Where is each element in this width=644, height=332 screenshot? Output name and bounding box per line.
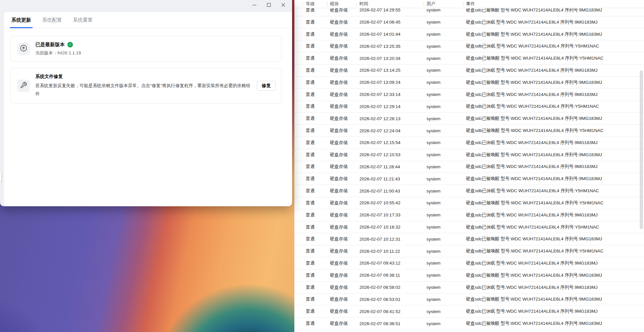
table-row[interactable]: 普通硬盘存储2026-02-07 12:10:53system硬盘sdc已被唤醒… [294,149,644,161]
log-cell-user: system [424,68,463,73]
log-cell-level: 普通 [303,248,327,254]
log-cell-time: 2026-02-07 12:24:04 [357,128,424,133]
repair-card-body: 系统文件修复 若系统更新反复失败，可能是系统依赖文件版本异常。点击"修复"将执行… [35,74,251,98]
log-cell-module: 硬盘存储 [327,92,357,98]
table-row[interactable]: 普通硬盘存储2026-02-07 12:33:14system硬盘sdc已休眠 … [294,89,644,101]
table-row[interactable]: 普通硬盘存储2026-02-07 08:53:01system硬盘sdc已被唤醒… [294,294,644,306]
table-row[interactable]: 普通硬盘存储2026-02-07 12:28:13system硬盘sdc已被唤醒… [294,113,644,125]
table-row[interactable]: 普通硬盘存储2026-02-07 12:15:54system硬盘sdc已休眠 … [294,137,644,149]
log-cell-level: 普通 [303,152,327,158]
log-cell-event: 硬盘sdb已被唤醒 型号:WDC WUH721414ALE6L4 序列号:Y5H… [463,55,644,61]
log-cell-user: system [424,297,463,302]
log-cell-module: 硬盘存储 [327,176,357,182]
log-cell-event: 硬盘sdb已被唤醒 型号:WDC WUH721414ALE6L4 序列号:Y5H… [463,248,644,254]
column-header-event[interactable]: 事件 [463,1,644,7]
tab-system-reset[interactable]: 系统重置 [73,12,93,28]
log-cell-module: 硬盘存储 [327,200,357,206]
log-cell-user: system [424,56,463,61]
log-cell-time: 2026-02-07 11:26:44 [357,164,424,169]
table-row[interactable]: 普通硬盘存储2026-02-07 09:43:12system硬盘sdc已休眠 … [294,257,644,269]
log-cell-module: 硬盘存储 [327,103,357,109]
table-row[interactable]: 普通硬盘存储2026-02-07 14:29:55system硬盘sdc已被唤醒… [294,8,644,16]
log-cell-level: 普通 [303,80,327,85]
column-header-time[interactable]: 时间 [357,1,424,7]
tab-system-update[interactable]: 系统更新 [11,12,31,28]
table-row[interactable]: 普通硬盘存储2026-02-07 10:11:22system硬盘sdb已被唤醒… [294,245,644,257]
table-row[interactable]: 普通硬盘存储2026-02-07 11:21:43system硬盘sdc已被唤醒… [294,173,644,185]
log-cell-module: 硬盘存储 [327,152,357,158]
table-row[interactable]: 普通硬盘存储2026-02-07 10:17:33system硬盘sdc已休眠 … [294,209,644,221]
log-cell-event: 硬盘sdc已休眠 型号:WDC WUH721414ALE6L4 序列号:9MG1… [463,285,644,290]
log-cell-event: 硬盘sdc已被唤醒 型号:WDC WUH721414ALE6L4 序列号:9MG… [463,31,644,37]
log-cell-time: 2026-02-07 13:25:35 [357,44,424,49]
table-row[interactable]: 普通硬盘存储2026-02-07 08:58:02system硬盘sdc已休眠 … [294,282,644,294]
log-cell-time: 2026-02-07 13:20:34 [357,56,424,61]
log-cell-time: 2026-02-07 12:15:54 [357,140,424,145]
repair-button[interactable]: 修复 [257,81,276,91]
log-cell-user: system [424,309,463,314]
table-row[interactable]: 普通硬盘存储2026-02-07 11:26:44system硬盘sdc已休眠 … [294,161,644,173]
log-cell-time: 2026-02-07 11:21:43 [357,176,424,181]
current-version-text: 当前版本：fnOS 1.1.19 [35,50,276,56]
column-header-level[interactable]: 等级 [303,1,327,7]
log-cell-time: 2026-02-07 08:58:02 [357,285,424,290]
log-cell-event: 硬盘sdc已被唤醒 型号:WDC WUH721414ALE6L4 序列号:9MG… [463,272,644,278]
log-cell-level: 普通 [303,31,327,37]
log-cell-level: 普通 [303,92,327,98]
log-cell-time: 2026-02-07 08:53:01 [357,297,424,302]
log-cell-event: 硬盘sdc已休眠 型号:WDC WUH721414ALE6L4 序列号:9MG1… [463,92,644,98]
log-cell-module: 硬盘存储 [327,260,357,266]
edge-drawer-handle[interactable] [0,173,1,181]
maximize-button[interactable] [264,1,274,9]
log-cell-user: system [424,261,463,266]
settings-window: 系统更新 系统配置 系统重置 已是最新版本 [0,0,292,206]
log-cell-user: system [424,152,463,157]
update-status-card: 已是最新版本 ✓ 当前版本：fnOS 1.1.19 [10,36,281,62]
log-cell-level: 普通 [303,8,327,13]
table-row[interactable]: 普通硬盘存储2026-02-07 14:01:44system硬盘sdc已被唤醒… [294,28,644,41]
log-cell-level: 普通 [303,296,327,302]
table-row[interactable]: 普通硬盘存储2026-02-07 09:38:11system硬盘sdc已被唤醒… [294,269,644,282]
minimize-button[interactable] [250,1,259,9]
log-cell-event: 硬盘sdc已被唤醒 型号:WDC WUH721414ALE6L4 序列号:9MG… [463,321,644,326]
table-row[interactable]: 普通硬盘存储2026-02-07 10:12:31system硬盘sdc已被唤醒… [294,233,644,245]
log-cell-level: 普通 [303,285,327,290]
repair-icon-box [17,80,30,92]
log-cell-user: system [424,176,463,181]
table-row[interactable]: 普通硬盘存储2026-02-07 12:29:14system硬盘sdb已休眠 … [294,101,644,113]
settings-tabs: 系统更新 系统配置 系统重置 [4,12,292,28]
table-row[interactable]: 普通硬盘存储2026-02-07 14:06:45system硬盘sdc已休眠 … [294,16,644,28]
log-cell-time: 2026-02-07 11:00:43 [357,189,424,194]
table-row[interactable]: 普通硬盘存储2026-02-07 10:16:32system硬盘sdb已休眠 … [294,221,644,233]
log-cell-level: 普通 [303,224,327,230]
log-cell-time: 2026-02-07 13:09:24 [357,80,424,85]
close-button[interactable] [278,1,288,9]
table-row[interactable]: 普通硬盘存储2026-02-07 13:14:25system硬盘sdc已休眠 … [294,65,644,77]
table-row[interactable]: 普通硬盘存储2026-02-07 13:20:34system硬盘sdb已被唤醒… [294,52,644,65]
table-row[interactable]: 普通硬盘存储2026-02-07 11:00:43system硬盘sdb已休眠 … [294,185,644,197]
tab-system-config[interactable]: 系统配置 [42,12,62,28]
table-row[interactable]: 普通硬盘存储2026-02-07 13:25:35system硬盘sdb已休眠 … [294,40,644,52]
log-cell-level: 普通 [303,67,327,73]
log-cell-time: 2026-02-07 08:41:52 [357,309,424,314]
log-cell-user: system [424,189,463,194]
log-cell-module: 硬盘存储 [327,296,357,302]
log-cell-time: 2026-02-07 12:33:14 [357,92,424,97]
table-row[interactable]: 普通硬盘存储2026-02-07 10:55:42system硬盘sdb已被唤醒… [294,197,644,209]
column-header-module[interactable]: 模块 [327,1,357,7]
log-cell-level: 普通 [303,260,327,266]
table-row[interactable]: 普通硬盘存储2026-02-07 08:36:51system硬盘sdc已被唤醒… [294,318,644,330]
log-cell-level: 普通 [303,140,327,146]
log-cell-module: 硬盘存储 [327,8,357,13]
column-header-user[interactable]: 用户 [424,1,463,7]
log-cell-module: 硬盘存储 [327,285,357,290]
table-row[interactable]: 普通硬盘存储2026-02-07 13:09:24system硬盘sdc已被唤醒… [294,77,644,89]
log-panel: 等级 模块 时间 用户 事件 普通硬盘存储2026-02-07 14:29:55… [294,0,644,332]
log-cell-level: 普通 [303,308,327,314]
table-row[interactable]: 普通硬盘存储2026-02-07 08:41:52system硬盘sdc已休眠 … [294,305,644,318]
log-cell-level: 普通 [303,19,327,25]
log-cell-module: 硬盘存储 [327,116,357,121]
table-row[interactable]: 普通硬盘存储2026-02-07 12:24:04system硬盘sdb已被唤醒… [294,125,644,137]
vertical-scrollbar-thumb[interactable] [640,70,643,229]
log-cell-event: 硬盘sdb已被唤醒 型号:WDC WUH721414ALE6L4 序列号:Y5H… [463,200,644,206]
